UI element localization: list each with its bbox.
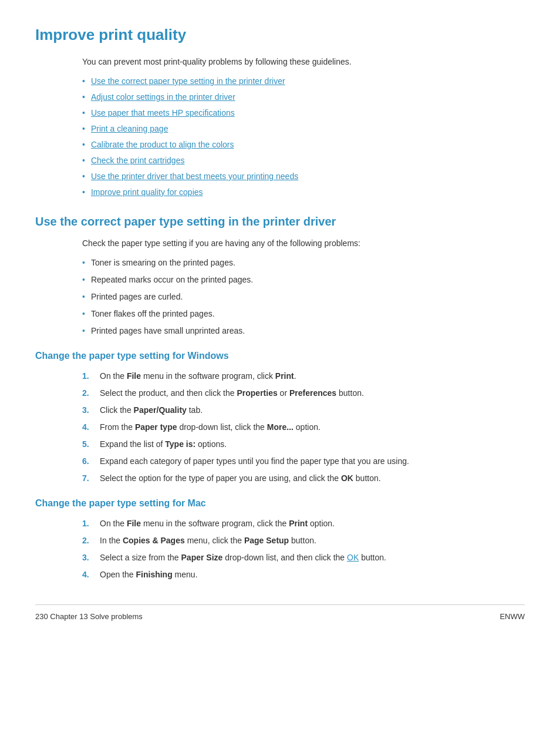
page-title: Improve print quality — [35, 23, 525, 46]
step-item: 2. Select the product, and then click th… — [82, 387, 525, 399]
toc-link-5[interactable]: Calibrate the product to align the color… — [91, 139, 234, 151]
toc-item[interactable]: Use paper that meets HP specifications — [82, 107, 525, 119]
problem-item: Repeated marks occur on the printed page… — [82, 274, 525, 286]
step-item: 4. From the Paper type drop-down list, c… — [82, 421, 525, 434]
problem-item: Toner flakes off the printed pages. — [82, 308, 525, 320]
toc-item[interactable]: Use the printer driver that best meets y… — [82, 170, 525, 183]
step-item: 6. Expand each category of paper types u… — [82, 455, 525, 468]
section1-title: Use the correct paper type setting in th… — [35, 213, 525, 230]
mac-steps: 1. On the File menu in the software prog… — [82, 518, 525, 581]
windows-steps: 1. On the File menu in the software prog… — [82, 370, 525, 485]
footer-right: ENWW — [500, 611, 525, 623]
toc-list: Use the correct paper type setting in th… — [82, 75, 525, 199]
toc-link-3[interactable]: Use paper that meets HP specifications — [91, 107, 235, 119]
step-item: 1. On the File menu in the software prog… — [82, 370, 525, 382]
toc-item[interactable]: Use the correct paper type setting in th… — [82, 75, 525, 88]
subsection-windows-title: Change the paper type setting for Window… — [35, 349, 525, 363]
toc-item[interactable]: Calibrate the product to align the color… — [82, 139, 525, 151]
section1-intro: Check the paper type setting if you are … — [82, 237, 525, 250]
toc-item[interactable]: Check the print cartridges — [82, 154, 525, 167]
problem-item: Printed pages have small unprinted areas… — [82, 325, 525, 337]
toc-link-4[interactable]: Print a cleaning page — [91, 123, 168, 135]
toc-item[interactable]: Adjust color settings in the printer dri… — [82, 91, 525, 103]
step-item: 2. In the Copies & Pages menu, click the… — [82, 535, 525, 547]
toc-link-7[interactable]: Use the printer driver that best meets y… — [91, 170, 298, 183]
footer-left: 230 Chapter 13 Solve problems — [35, 611, 143, 623]
step-item: 7. Select the option for the type of pap… — [82, 472, 525, 485]
page-footer: 230 Chapter 13 Solve problems ENWW — [35, 604, 525, 623]
step-item: 1. On the File menu in the software prog… — [82, 518, 525, 530]
step-item: 5. Expand the list of Type is: options. — [82, 438, 525, 451]
problem-item: Printed pages are curled. — [82, 291, 525, 303]
toc-link-8[interactable]: Improve print quality for copies — [91, 186, 203, 199]
step-item: 3. Select a size from the Paper Size dro… — [82, 552, 525, 564]
step-item: 4. Open the Finishing menu. — [82, 569, 525, 581]
intro-text: You can prevent most print-quality probl… — [82, 56, 525, 68]
step-item: 3. Click the Paper/Quality tab. — [82, 404, 525, 416]
problem-item: Toner is smearing on the printed pages. — [82, 257, 525, 269]
problems-list: Toner is smearing on the printed pages. … — [82, 257, 525, 337]
toc-link-2[interactable]: Adjust color settings in the printer dri… — [91, 91, 235, 103]
toc-link-1[interactable]: Use the correct paper type setting in th… — [91, 75, 285, 88]
toc-link-6[interactable]: Check the print cartridges — [91, 154, 185, 167]
subsection-mac-title: Change the paper type setting for Mac — [35, 496, 525, 510]
toc-item[interactable]: Print a cleaning page — [82, 123, 525, 135]
toc-item[interactable]: Improve print quality for copies — [82, 186, 525, 199]
